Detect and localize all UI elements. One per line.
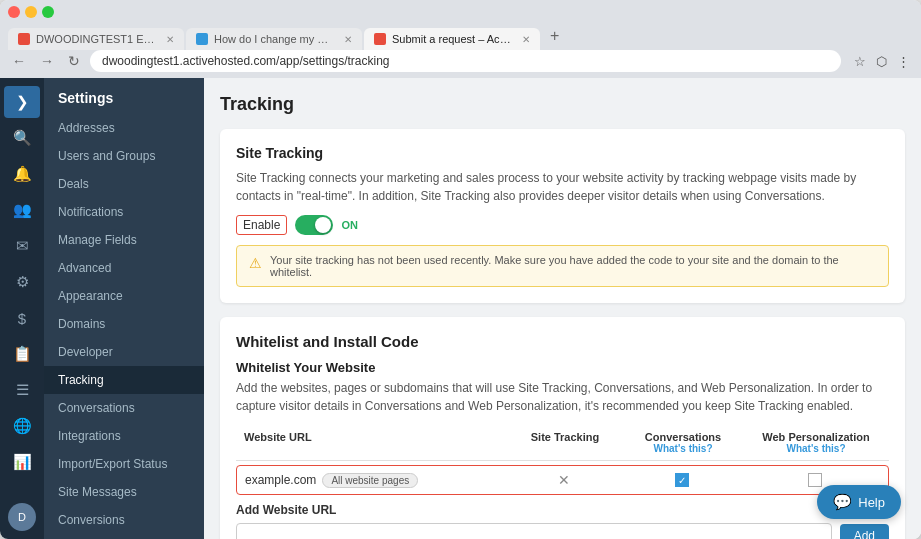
tab-favicon-1 <box>196 33 208 45</box>
sidebar-title: Settings <box>44 78 204 114</box>
table-header: Website URL Site Tracking Conversations … <box>236 425 889 461</box>
sidebar-item-saved-responses[interactable]: Saved Responses <box>44 534 204 539</box>
rail-bell[interactable]: 🔔 <box>4 158 40 190</box>
add-url-row: Add <box>236 523 889 539</box>
tab-close-2[interactable]: ✕ <box>522 34 530 45</box>
tab-label-1: How do I change my account… <box>214 33 334 45</box>
warning-text: Your site tracking has not been used rec… <box>270 254 876 278</box>
add-url-section: Add Website URL Add ✓ Include all websit… <box>236 503 889 539</box>
url-badge: All website pages <box>322 473 418 488</box>
user-avatar[interactable]: D <box>8 503 36 531</box>
site-tracking-toggle[interactable] <box>295 215 333 235</box>
rail-clipboard[interactable]: 📋 <box>4 338 40 370</box>
sidebar-item-site-messages[interactable]: Site Messages <box>44 478 204 506</box>
conversations-whats-this[interactable]: What's this? <box>623 443 743 454</box>
whitelist-subsection-title: Whitelist Your Website <box>236 360 889 375</box>
window-maximize[interactable] <box>42 6 54 18</box>
tab-close-1[interactable]: ✕ <box>344 34 352 45</box>
enable-row: Enable ON <box>236 215 889 235</box>
table-row: example.com All website pages ✕ ✓ <box>236 465 889 495</box>
menu-icon[interactable]: ⋮ <box>894 52 913 71</box>
web-personalization-checkbox[interactable] <box>808 473 822 487</box>
sidebar-item-advanced[interactable]: Advanced <box>44 254 204 282</box>
add-url-button[interactable]: Add <box>840 524 889 539</box>
toggle-knob <box>315 217 331 233</box>
col-header-web-personalization: Web Personalization What's this? <box>751 431 881 454</box>
rail-users[interactable]: 👥 <box>4 194 40 226</box>
conversations-checkbox[interactable]: ✓ <box>675 473 689 487</box>
rail-gear[interactable]: ⚙ <box>4 266 40 298</box>
browser-tab-1[interactable]: How do I change my account… ✕ <box>186 28 362 50</box>
remove-url-button[interactable]: ✕ <box>558 472 570 488</box>
tab-favicon-2 <box>374 33 386 45</box>
col-header-conversations: Conversations What's this? <box>623 431 743 454</box>
site-tracking-cell: ✕ <box>514 472 614 488</box>
site-tracking-card: Site Tracking Site Tracking connects you… <box>220 129 905 303</box>
sidebar-item-addresses[interactable]: Addresses <box>44 114 204 142</box>
help-chat-icon: 💬 <box>833 493 852 511</box>
window-close[interactable] <box>8 6 20 18</box>
sidebar-item-integrations[interactable]: Integrations <box>44 422 204 450</box>
page-title: Tracking <box>220 94 905 115</box>
whitelist-section-title: Whitelist and Install Code <box>236 333 889 350</box>
sidebar-item-conversations[interactable]: Conversations <box>44 394 204 422</box>
rail-globe[interactable]: 🌐 <box>4 410 40 442</box>
add-url-input[interactable] <box>236 523 832 539</box>
sidebar-item-manage-fields[interactable]: Manage Fields <box>44 226 204 254</box>
whitelist-desc: Add the websites, pages or subdomains th… <box>236 379 889 415</box>
address-bar[interactable] <box>90 50 841 72</box>
sidebar-item-developer[interactable]: Developer <box>44 338 204 366</box>
tab-close-0[interactable]: ✕ <box>166 34 174 45</box>
refresh-button[interactable]: ↻ <box>64 51 84 71</box>
rail-search[interactable]: 🔍 <box>4 122 40 154</box>
window-minimize[interactable] <box>25 6 37 18</box>
help-label: Help <box>858 495 885 510</box>
settings-sidebar: Settings Addresses Users and Groups Deal… <box>44 78 204 539</box>
sidebar-item-notifications[interactable]: Notifications <box>44 198 204 226</box>
col-header-url: Website URL <box>244 431 507 454</box>
main-content: Tracking Site Tracking Site Tracking con… <box>204 78 921 539</box>
extensions-icon[interactable]: ⬡ <box>873 52 890 71</box>
forward-button[interactable]: → <box>36 51 58 71</box>
tab-label-0: DWOODINGTEST1 Email Mari… <box>36 33 156 45</box>
url-chip: example.com All website pages <box>245 473 506 488</box>
conversations-cell: ✓ <box>622 473 742 487</box>
rail-chart[interactable]: 📊 <box>4 446 40 478</box>
whitelist-card: Whitelist and Install Code Whitelist You… <box>220 317 905 539</box>
sidebar-item-conversions[interactable]: Conversions <box>44 506 204 534</box>
help-button[interactable]: 💬 Help <box>817 485 901 519</box>
sidebar-item-users-groups[interactable]: Users and Groups <box>44 142 204 170</box>
sidebar-item-import-export[interactable]: Import/Export Status <box>44 450 204 478</box>
site-tracking-title: Site Tracking <box>236 145 889 161</box>
site-tracking-desc: Site Tracking connects your marketing an… <box>236 169 889 205</box>
web-personalization-whats-this[interactable]: What's this? <box>751 443 881 454</box>
bookmark-icon[interactable]: ☆ <box>851 52 869 71</box>
add-url-title: Add Website URL <box>236 503 889 517</box>
warning-icon: ⚠ <box>249 255 262 271</box>
tab-favicon-0 <box>18 33 30 45</box>
sidebar-item-tracking[interactable]: Tracking <box>44 366 204 394</box>
sidebar-item-domains[interactable]: Domains <box>44 310 204 338</box>
enable-label: Enable <box>236 215 287 235</box>
icon-rail: ❯ 🔍 🔔 👥 ✉ ⚙ $ 📋 ☰ 🌐 📊 D <box>0 78 44 539</box>
col-header-site-tracking: Site Tracking <box>515 431 615 454</box>
warning-box: ⚠ Your site tracking has not been used r… <box>236 245 889 287</box>
browser-tab-0[interactable]: DWOODINGTEST1 Email Mari… ✕ <box>8 28 184 50</box>
rail-envelope[interactable]: ✉ <box>4 230 40 262</box>
rail-list[interactable]: ☰ <box>4 374 40 406</box>
tab-label-2: Submit a request – ActiveCam… <box>392 33 512 45</box>
sidebar-item-deals[interactable]: Deals <box>44 170 204 198</box>
rail-dollar[interactable]: $ <box>4 302 40 334</box>
browser-tab-2[interactable]: Submit a request – ActiveCam… ✕ <box>364 28 540 50</box>
toggle-state: ON <box>341 219 358 231</box>
new-tab-button[interactable]: + <box>542 22 567 50</box>
back-button[interactable]: ← <box>8 51 30 71</box>
sidebar-item-appearance[interactable]: Appearance <box>44 282 204 310</box>
url-text: example.com <box>245 473 316 487</box>
rail-chevron[interactable]: ❯ <box>4 86 40 118</box>
